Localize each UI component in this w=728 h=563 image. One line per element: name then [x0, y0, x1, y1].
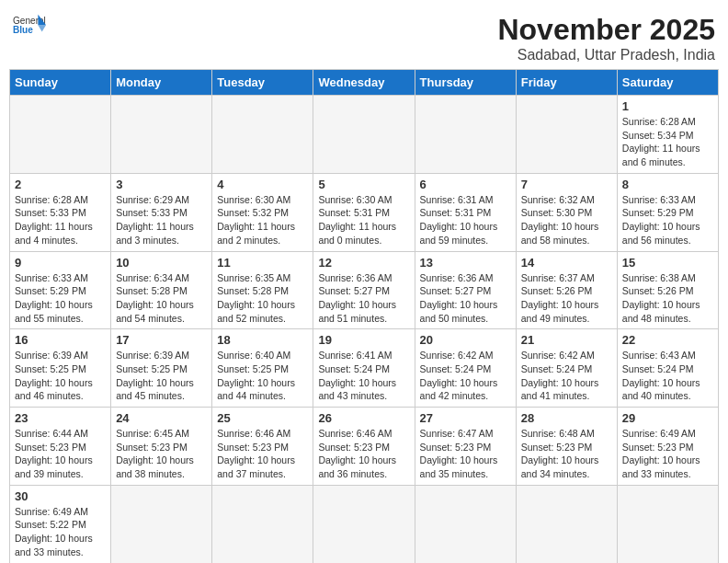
logo: General Blue: [13, 13, 46, 39]
day-number: 27: [420, 411, 511, 425]
calendar-cell: 16Sunrise: 6:39 AM Sunset: 5:25 PM Dayli…: [10, 329, 111, 408]
day-number: 15: [622, 256, 713, 270]
calendar-cell: 1Sunrise: 6:28 AM Sunset: 5:34 PM Daylig…: [617, 96, 718, 174]
calendar-cell: [415, 96, 516, 174]
week-row-3: 16Sunrise: 6:39 AM Sunset: 5:25 PM Dayli…: [10, 329, 719, 408]
calendar-cell: [313, 96, 415, 174]
calendar-cell: 24Sunrise: 6:45 AM Sunset: 5:23 PM Dayli…: [111, 408, 212, 486]
calendar-cell: 18Sunrise: 6:40 AM Sunset: 5:25 PM Dayli…: [212, 329, 313, 408]
calendar-cell: 5Sunrise: 6:30 AM Sunset: 5:31 PM Daylig…: [313, 173, 415, 251]
day-info: Sunrise: 6:40 AM Sunset: 5:25 PM Dayligh…: [217, 349, 308, 403]
calendar-cell: 19Sunrise: 6:41 AM Sunset: 5:24 PM Dayli…: [313, 329, 415, 408]
calendar-cell: 11Sunrise: 6:35 AM Sunset: 5:28 PM Dayli…: [212, 251, 313, 329]
weekday-header-friday: Friday: [516, 70, 617, 96]
day-number: 28: [521, 411, 612, 425]
day-number: 21: [521, 333, 612, 347]
day-info: Sunrise: 6:46 AM Sunset: 5:23 PM Dayligh…: [318, 427, 409, 481]
day-info: Sunrise: 6:37 AM Sunset: 5:26 PM Dayligh…: [521, 271, 612, 326]
day-number: 23: [15, 411, 106, 425]
calendar-cell: [10, 96, 111, 174]
calendar-cell: 3Sunrise: 6:29 AM Sunset: 5:33 PM Daylig…: [111, 173, 212, 251]
day-number: 4: [217, 178, 308, 191]
day-number: 30: [15, 489, 106, 503]
weekday-header-row: SundayMondayTuesdayWednesdayThursdayFrid…: [10, 70, 719, 96]
calendar-cell: [415, 485, 516, 563]
day-number: 8: [622, 178, 713, 191]
calendar-cell: [212, 96, 313, 174]
day-number: 14: [521, 256, 612, 270]
week-row-2: 9Sunrise: 6:33 AM Sunset: 5:29 PM Daylig…: [10, 251, 719, 329]
day-number: 12: [318, 256, 409, 270]
day-number: 22: [622, 333, 713, 347]
weekday-header-monday: Monday: [111, 70, 212, 96]
calendar-cell: 30Sunrise: 6:49 AM Sunset: 5:22 PM Dayli…: [10, 485, 111, 563]
day-info: Sunrise: 6:30 AM Sunset: 5:32 PM Dayligh…: [217, 193, 308, 247]
day-info: Sunrise: 6:42 AM Sunset: 5:24 PM Dayligh…: [521, 349, 612, 403]
calendar-cell: 29Sunrise: 6:49 AM Sunset: 5:23 PM Dayli…: [617, 408, 718, 486]
day-number: 7: [521, 178, 612, 191]
day-number: 19: [318, 333, 409, 347]
weekday-header-saturday: Saturday: [617, 70, 718, 96]
day-info: Sunrise: 6:42 AM Sunset: 5:24 PM Dayligh…: [420, 349, 511, 403]
day-info: Sunrise: 6:41 AM Sunset: 5:24 PM Dayligh…: [318, 349, 409, 403]
day-number: 11: [217, 256, 308, 270]
calendar-cell: 23Sunrise: 6:44 AM Sunset: 5:23 PM Dayli…: [10, 408, 111, 486]
calendar-cell: [516, 485, 617, 563]
calendar-cell: 13Sunrise: 6:36 AM Sunset: 5:27 PM Dayli…: [415, 251, 516, 329]
weekday-header-sunday: Sunday: [10, 70, 111, 96]
day-info: Sunrise: 6:35 AM Sunset: 5:28 PM Dayligh…: [217, 271, 308, 326]
calendar-cell: 10Sunrise: 6:34 AM Sunset: 5:28 PM Dayli…: [111, 251, 212, 329]
calendar-cell: 21Sunrise: 6:42 AM Sunset: 5:24 PM Dayli…: [516, 329, 617, 408]
day-info: Sunrise: 6:49 AM Sunset: 5:22 PM Dayligh…: [15, 505, 106, 559]
day-info: Sunrise: 6:45 AM Sunset: 5:23 PM Dayligh…: [116, 427, 207, 481]
day-info: Sunrise: 6:44 AM Sunset: 5:23 PM Dayligh…: [15, 427, 106, 481]
day-info: Sunrise: 6:36 AM Sunset: 5:27 PM Dayligh…: [420, 271, 511, 326]
weekday-header-wednesday: Wednesday: [313, 70, 415, 96]
day-number: 25: [217, 411, 308, 425]
calendar-cell: 12Sunrise: 6:36 AM Sunset: 5:27 PM Dayli…: [313, 251, 415, 329]
day-info: Sunrise: 6:39 AM Sunset: 5:25 PM Dayligh…: [116, 349, 207, 403]
day-info: Sunrise: 6:33 AM Sunset: 5:29 PM Dayligh…: [15, 271, 106, 326]
day-info: Sunrise: 6:28 AM Sunset: 5:34 PM Dayligh…: [622, 115, 713, 169]
day-number: 10: [116, 256, 207, 270]
day-number: 20: [420, 333, 511, 347]
calendar-cell: [111, 485, 212, 563]
day-number: 17: [116, 333, 207, 347]
day-info: Sunrise: 6:33 AM Sunset: 5:29 PM Dayligh…: [622, 193, 713, 247]
calendar-cell: 15Sunrise: 6:38 AM Sunset: 5:26 PM Dayli…: [617, 251, 718, 329]
day-info: Sunrise: 6:30 AM Sunset: 5:31 PM Dayligh…: [318, 193, 409, 247]
day-number: 3: [116, 178, 207, 191]
week-row-0: 1Sunrise: 6:28 AM Sunset: 5:34 PM Daylig…: [10, 96, 719, 174]
calendar-cell: 26Sunrise: 6:46 AM Sunset: 5:23 PM Dayli…: [313, 408, 415, 486]
day-info: Sunrise: 6:34 AM Sunset: 5:28 PM Dayligh…: [116, 271, 207, 326]
day-info: Sunrise: 6:29 AM Sunset: 5:33 PM Dayligh…: [116, 193, 207, 247]
calendar-cell: [313, 485, 415, 563]
logo-svg: General Blue: [13, 13, 46, 39]
day-info: Sunrise: 6:49 AM Sunset: 5:23 PM Dayligh…: [622, 427, 713, 481]
day-info: Sunrise: 6:36 AM Sunset: 5:27 PM Dayligh…: [318, 271, 409, 326]
calendar-cell: 20Sunrise: 6:42 AM Sunset: 5:24 PM Dayli…: [415, 329, 516, 408]
day-info: Sunrise: 6:46 AM Sunset: 5:23 PM Dayligh…: [217, 427, 308, 481]
day-number: 1: [622, 99, 713, 113]
calendar-cell: [111, 96, 212, 174]
calendar-cell: 4Sunrise: 6:30 AM Sunset: 5:32 PM Daylig…: [212, 173, 313, 251]
day-number: 6: [420, 178, 511, 191]
calendar-cell: 6Sunrise: 6:31 AM Sunset: 5:31 PM Daylig…: [415, 173, 516, 251]
day-info: Sunrise: 6:38 AM Sunset: 5:26 PM Dayligh…: [622, 271, 713, 326]
week-row-1: 2Sunrise: 6:28 AM Sunset: 5:33 PM Daylig…: [10, 173, 719, 251]
header: General Blue November 2025 Sadabad, Utta…: [9, 9, 719, 63]
day-info: Sunrise: 6:39 AM Sunset: 5:25 PM Dayligh…: [15, 349, 106, 403]
svg-marker-3: [38, 25, 46, 31]
day-number: 18: [217, 333, 308, 347]
calendar-cell: [212, 485, 313, 563]
calendar-cell: 17Sunrise: 6:39 AM Sunset: 5:25 PM Dayli…: [111, 329, 212, 408]
day-number: 2: [15, 178, 106, 191]
day-number: 29: [622, 411, 713, 425]
calendar-cell: 14Sunrise: 6:37 AM Sunset: 5:26 PM Dayli…: [516, 251, 617, 329]
day-info: Sunrise: 6:43 AM Sunset: 5:24 PM Dayligh…: [622, 349, 713, 403]
calendar-cell: 2Sunrise: 6:28 AM Sunset: 5:33 PM Daylig…: [10, 173, 111, 251]
day-info: Sunrise: 6:28 AM Sunset: 5:33 PM Dayligh…: [15, 193, 106, 247]
day-number: 5: [318, 178, 409, 191]
day-number: 13: [420, 256, 511, 270]
day-info: Sunrise: 6:31 AM Sunset: 5:31 PM Dayligh…: [420, 193, 511, 247]
